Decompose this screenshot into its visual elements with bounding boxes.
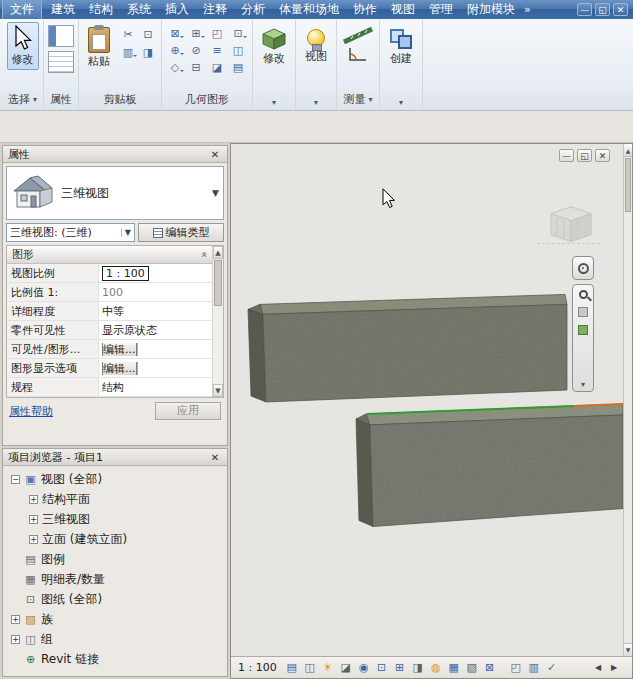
split-face-icon[interactable]: ◇	[166, 59, 184, 75]
view-minimize-button[interactable]: —	[559, 149, 574, 162]
shadows-icon[interactable]: ◪	[338, 660, 354, 676]
tab-massing-site[interactable]: 体量和场地	[272, 0, 346, 20]
close-button[interactable]: ✕	[613, 3, 628, 16]
displacement-sets-icon[interactable]: ⊠	[482, 660, 498, 676]
view-scale-input[interactable]: 1 : 100	[102, 266, 149, 281]
expand-toggle[interactable]: +	[11, 615, 20, 624]
merge-icon[interactable]: ◪	[208, 59, 226, 75]
tab-structure[interactable]: 结构	[82, 0, 120, 20]
profile-icon[interactable]: ▤	[229, 59, 247, 75]
editable-only-icon[interactable]: ✓	[544, 660, 560, 676]
apply-button[interactable]: 应用	[155, 402, 221, 420]
scroll-down-icon[interactable]: ▼	[624, 643, 632, 656]
discipline-value[interactable]: 结构	[99, 380, 212, 395]
apply-coping-icon[interactable]: ⊕	[166, 42, 184, 58]
tab-addins[interactable]: 附加模块	[460, 0, 522, 20]
cut-geometry-icon[interactable]: ⊡	[229, 25, 247, 41]
orbit-cube-icon[interactable]	[578, 325, 588, 335]
view-close-button[interactable]: ✕	[595, 149, 610, 162]
viewcube-home-ghost[interactable]	[537, 207, 603, 244]
expand-toggle[interactable]: +	[29, 515, 38, 524]
beam-system-icon[interactable]: ≡	[208, 42, 226, 58]
scroll-left-icon[interactable]: ◀	[591, 663, 605, 672]
expand-toggle[interactable]: +	[11, 635, 20, 644]
scrollbar-thumb[interactable]	[214, 260, 222, 306]
project-browser-header[interactable]: 项目浏览器 - 项目1 ✕	[3, 449, 227, 466]
tab-systems[interactable]: 系统	[120, 0, 158, 20]
tree-item-families[interactable]: + ▨ 族	[5, 609, 227, 629]
visual-style-icon[interactable]: ◫	[302, 660, 318, 676]
panel-expand-create[interactable]: ▾	[397, 97, 405, 110]
detail-level-icon[interactable]: ▤	[284, 660, 300, 676]
collapse-icon[interactable]: «	[198, 251, 209, 257]
tree-item-3d-views[interactable]: + 三维视图	[5, 509, 227, 529]
crop-view-icon[interactable]: ⊡	[374, 660, 390, 676]
show-crop-region-icon[interactable]: ⊞	[392, 660, 408, 676]
tree-item-groups[interactable]: + ◫ 组	[5, 629, 227, 649]
parts-visibility-value[interactable]: 显示原状态	[99, 323, 212, 338]
sun-path-icon[interactable]: ☀	[320, 660, 336, 676]
wall-joins-icon[interactable]: ◰	[208, 25, 226, 41]
unjoin-icon[interactable]: ⊘	[187, 42, 205, 58]
panel-label-measure[interactable]: 测量 ▾	[342, 91, 375, 110]
tree-item-legends[interactable]: ▤ 图例	[5, 549, 227, 569]
close-icon[interactable]: ✕	[208, 149, 222, 160]
properties-help-link[interactable]: 属性帮助	[9, 404, 53, 419]
copy-icon[interactable]: ⊡	[139, 26, 157, 42]
rendering-dialog-icon[interactable]: ◉	[356, 660, 372, 676]
type-selector[interactable]: 三维视图 ▼	[6, 166, 224, 220]
paint-icon[interactable]: ◫	[229, 42, 247, 58]
collapse-toggle[interactable]: −	[11, 475, 20, 484]
family-types-icon[interactable]	[48, 51, 74, 73]
zoom-icon[interactable]	[579, 290, 588, 299]
pan-icon[interactable]	[578, 307, 588, 317]
restore-button[interactable]: ◱	[595, 3, 610, 16]
navbar-expand-icon[interactable]: ▾	[581, 380, 585, 389]
tab-collaborate[interactable]: 协作	[346, 0, 384, 20]
tab-manage[interactable]: 管理	[422, 0, 460, 20]
scrollbar-thumb[interactable]	[625, 158, 631, 212]
tab-analyze[interactable]: 分析	[234, 0, 272, 20]
measure-angle-icon[interactable]	[348, 46, 368, 62]
panel-label-select[interactable]: 选择 ▾	[6, 91, 39, 110]
edit-type-button[interactable]: 编辑类型	[138, 223, 224, 242]
paste-button[interactable]: 粘贴	[83, 22, 115, 72]
panel-expand-modify[interactable]: ▾	[270, 97, 278, 110]
tab-annotate[interactable]: 注释	[196, 0, 234, 20]
match-properties-icon[interactable]: ▥	[119, 44, 137, 60]
beam-lower[interactable]	[356, 404, 623, 527]
pick-icon[interactable]: ◨	[139, 44, 157, 60]
reveal-hidden-elements-icon[interactable]: ◍	[428, 660, 444, 676]
beam-upper[interactable]	[248, 294, 567, 402]
tree-item-sheets[interactable]: ⊡ 图纸 (全部)	[5, 589, 227, 609]
visibility-edit-button[interactable]: 编辑...	[102, 343, 137, 356]
minimize-button[interactable]: —	[577, 3, 592, 16]
scroll-down-icon[interactable]: ▼	[213, 384, 223, 397]
tab-architecture[interactable]: 建筑	[44, 0, 82, 20]
group-header-graphics[interactable]: 图形 «	[7, 246, 212, 264]
close-icon[interactable]: ✕	[208, 452, 222, 463]
demolish-icon[interactable]: ⊟	[187, 59, 205, 75]
properties-scrollbar[interactable]: ▲ ▼	[212, 246, 223, 397]
filter-icon[interactable]: ▥	[526, 660, 542, 676]
tree-item-elevations[interactable]: + 立面 (建筑立面)	[5, 529, 227, 549]
analytical-model-icon[interactable]: ▧	[464, 660, 480, 676]
scroll-up-icon[interactable]: ▲	[213, 246, 223, 259]
expand-toggle[interactable]: +	[29, 535, 38, 544]
cope-icon[interactable]: ⊠	[166, 25, 184, 41]
scroll-right-icon[interactable]: ▶	[607, 663, 621, 672]
properties-header[interactable]: 属性 ✕	[3, 146, 227, 163]
graphic-display-edit-button[interactable]: 编辑...	[102, 362, 137, 375]
tab-insert[interactable]: 插入	[158, 0, 196, 20]
tree-item-structural-plans[interactable]: + 结构平面	[5, 489, 227, 509]
detail-level-value[interactable]: 中等	[99, 304, 212, 319]
temporary-hide-isolate-icon[interactable]: ◨	[410, 660, 426, 676]
drawing-area[interactable]: — ◱ ✕ ▾ ▲ ▼	[230, 143, 633, 679]
tree-item-revit-links[interactable]: ⊕ Revit 链接	[5, 649, 227, 669]
panel-expand-view[interactable]: ▾	[312, 97, 320, 110]
view-selector-combo[interactable]: 三维视图: (三维) ▼	[6, 223, 135, 242]
measure-ruler-icon[interactable]	[341, 26, 375, 44]
tree-item-schedules[interactable]: ▦ 明细表/数量	[5, 569, 227, 589]
create-button[interactable]: 创建	[384, 22, 418, 69]
scale-button[interactable]: 1 : 100	[236, 661, 282, 674]
